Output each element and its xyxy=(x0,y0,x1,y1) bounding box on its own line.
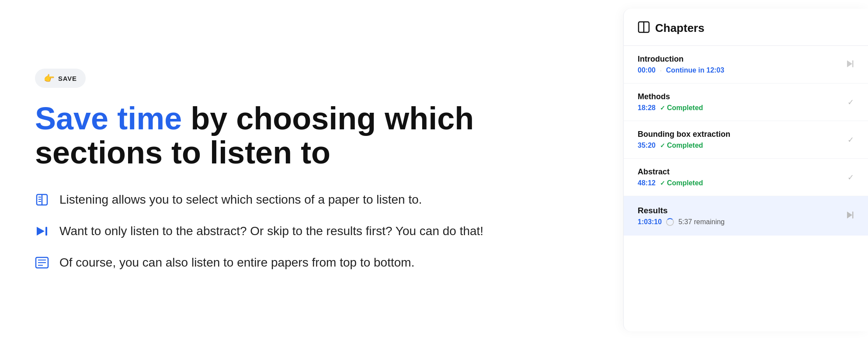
chapter-item-results[interactable]: Results 1:03:10 5:37 remaining xyxy=(624,196,868,236)
divider-introduction: · xyxy=(660,67,662,74)
chapter-item-introduction[interactable]: Introduction 00:00 · Continue in 12:03 xyxy=(624,46,868,83)
chapter-left-results: Results 1:03:10 5:37 remaining xyxy=(638,206,725,226)
chapter-name-results: Results xyxy=(638,206,725,215)
remaining-text-results: 5:37 remaining xyxy=(678,218,725,226)
chapter-time-bounding: 35:20 xyxy=(638,142,656,149)
chapters-header: Chapters xyxy=(624,9,868,46)
chapter-meta-bounding: 35:20 ✓ Completed xyxy=(638,142,730,149)
feature-item-1: Listening allows you to select which sec… xyxy=(35,191,588,208)
chapter-item-methods[interactable]: Methods 18:28 ✓ Completed ✓ xyxy=(624,83,868,121)
feature-text-3: Of course, you can also listen to entire… xyxy=(59,254,414,271)
list-icon xyxy=(35,256,49,271)
chapter-left-bounding: Bounding box extraction 35:20 ✓ Complete… xyxy=(638,130,730,149)
feature-item-3: Of course, you can also listen to entire… xyxy=(35,254,588,271)
save-badge[interactable]: 👉 SAVE xyxy=(35,69,86,88)
svg-rect-6 xyxy=(45,227,47,236)
chapters-book-icon xyxy=(638,21,650,35)
left-panel: 👉 SAVE Save time by choosing which secti… xyxy=(0,0,623,340)
chapter-item-abstract[interactable]: Abstract 48:12 ✓ Completed ✓ xyxy=(624,159,868,196)
chapter-time-abstract: 48:12 xyxy=(638,179,656,187)
chapter-status-methods: ✓ Completed xyxy=(660,104,703,112)
chapter-action-bounding[interactable]: ✓ xyxy=(847,135,854,145)
features-list: Listening allows you to select which sec… xyxy=(35,191,588,271)
chapter-status-bounding: ✓ Completed xyxy=(660,142,703,149)
chapter-name-abstract: Abstract xyxy=(638,167,703,177)
feature-text-2: Want to only listen to the abstract? Or … xyxy=(59,222,483,239)
chapter-left-abstract: Abstract 48:12 ✓ Completed xyxy=(638,167,703,187)
svg-rect-14 xyxy=(852,60,854,67)
finger-icon: 👉 xyxy=(44,73,55,83)
chapters-list: Introduction 00:00 · Continue in 12:03 M… xyxy=(624,46,868,331)
chapter-time-results: 1:03:10 xyxy=(638,218,662,226)
chapter-meta-methods: 18:28 ✓ Completed xyxy=(638,104,703,112)
svg-rect-16 xyxy=(852,212,854,219)
chapter-action-methods[interactable]: ✓ xyxy=(847,97,854,107)
svg-marker-13 xyxy=(847,60,852,67)
check-icon-bounding: ✓ xyxy=(660,142,665,149)
book-icon xyxy=(35,193,49,208)
headline-highlight: Save time xyxy=(35,101,182,136)
chapter-name-methods: Methods xyxy=(638,92,703,101)
chapter-action-abstract[interactable]: ✓ xyxy=(847,173,854,182)
status-text-methods: Completed xyxy=(667,104,703,112)
chapter-time-methods: 18:28 xyxy=(638,104,656,112)
headline: Save time by choosing which sections to … xyxy=(35,102,588,170)
feature-item-2: Want to only listen to the abstract? Or … xyxy=(35,222,588,240)
status-text-bounding: Completed xyxy=(667,142,703,149)
chapter-meta-results: 1:03:10 5:37 remaining xyxy=(638,218,725,226)
status-text-abstract: Completed xyxy=(667,179,703,187)
chapter-meta-introduction: 00:00 · Continue in 12:03 xyxy=(638,66,724,74)
svg-marker-15 xyxy=(847,212,852,219)
spinner-results xyxy=(666,218,674,226)
chapter-continue-introduction: Continue in 12:03 xyxy=(666,66,724,74)
chapter-item-bounding[interactable]: Bounding box extraction 35:20 ✓ Complete… xyxy=(624,121,868,159)
chapter-left-introduction: Introduction 00:00 · Continue in 12:03 xyxy=(638,55,724,74)
chapter-time-introduction: 00:00 xyxy=(638,66,656,74)
chapter-name-introduction: Introduction xyxy=(638,55,724,64)
chapter-left-methods: Methods 18:28 ✓ Completed xyxy=(638,92,703,112)
svg-marker-5 xyxy=(37,227,45,236)
chapter-name-bounding: Bounding box extraction xyxy=(638,130,730,139)
chapters-panel: Chapters Introduction 00:00 · Continue i… xyxy=(623,9,868,331)
check-icon-methods: ✓ xyxy=(660,104,665,111)
chapter-action-results[interactable] xyxy=(845,211,854,222)
skip-icon xyxy=(35,224,49,240)
chapter-meta-abstract: 48:12 ✓ Completed xyxy=(638,179,703,187)
feature-text-1: Listening allows you to select which sec… xyxy=(59,191,422,208)
chapter-status-abstract: ✓ Completed xyxy=(660,179,703,187)
save-label: SAVE xyxy=(58,75,77,82)
chapter-action-introduction[interactable] xyxy=(845,59,854,70)
chapters-title: Chapters xyxy=(655,21,705,35)
check-icon-abstract: ✓ xyxy=(660,180,665,187)
